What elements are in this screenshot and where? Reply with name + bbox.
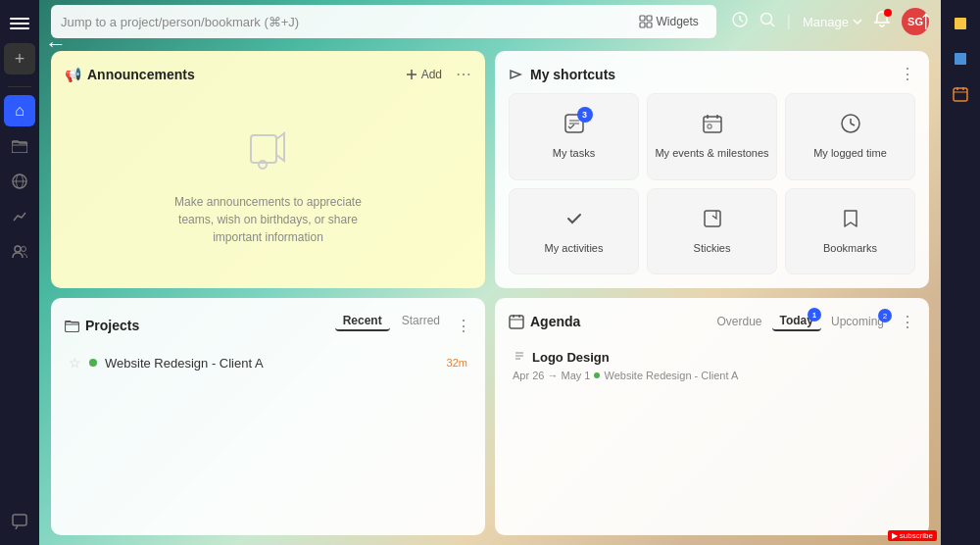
stickies-icon xyxy=(702,208,723,235)
tasks-label: My tasks xyxy=(553,146,595,160)
announcements-actions: Add ⋯ xyxy=(400,65,471,83)
announcements-menu-icon[interactable]: ⋯ xyxy=(456,65,471,83)
announcements-header: 📢 Announcements Add ⋯ xyxy=(65,65,471,83)
agenda-actions: Overdue Today 1 Upcoming 2 ⋮ xyxy=(709,312,915,331)
shortcut-events[interactable]: My events & milestones xyxy=(647,93,777,180)
shortcut-logged-time[interactable]: My logged time xyxy=(785,93,915,180)
agenda-list-icon xyxy=(513,349,526,366)
agenda-card: Agenda Overdue Today 1 Upcoming 2 xyxy=(495,298,929,535)
sidebar-item-chart[interactable] xyxy=(4,201,35,232)
announcements-card: 📢 Announcements Add ⋯ xyxy=(51,51,485,288)
svg-line-31 xyxy=(851,124,855,125)
sidebar-item-home[interactable]: ⌂ xyxy=(4,95,35,126)
shortcut-my-tasks[interactable]: 3 My tasks xyxy=(509,93,639,180)
agenda-today-tab[interactable]: Today 1 xyxy=(772,312,821,331)
agenda-overdue-tab[interactable]: Overdue xyxy=(709,313,769,330)
project-status-dot xyxy=(89,359,97,367)
agenda-menu-icon[interactable]: ⋮ xyxy=(900,313,915,331)
svg-rect-32 xyxy=(705,211,720,226)
agenda-upcoming-tab[interactable]: Upcoming 2 xyxy=(823,313,892,330)
project-time: 32m xyxy=(447,357,467,369)
projects-menu-icon[interactable]: ⋮ xyxy=(456,317,471,335)
svg-rect-6 xyxy=(13,515,26,525)
topbar: Jump to a project/person/bookmark (⌘+J) … xyxy=(39,0,941,43)
svg-rect-8 xyxy=(647,16,652,21)
events-icon xyxy=(702,113,723,140)
shortcuts-card: My shortcuts ⋮ 3 My tasks xyxy=(495,51,929,288)
svg-rect-43 xyxy=(954,88,967,101)
projects-title: Projects xyxy=(65,318,139,333)
agenda-item-title: Logo Design xyxy=(513,349,911,366)
announcements-add-button[interactable]: Add xyxy=(400,66,448,83)
shortcut-activities[interactable]: My activities xyxy=(509,188,639,275)
right-blue-icon[interactable] xyxy=(945,43,976,74)
announcements-empty-icon xyxy=(243,122,294,181)
bookmarks-icon xyxy=(840,208,861,235)
notification-button[interactable] xyxy=(874,11,890,32)
project-name: Website Redesign - Client A xyxy=(105,356,439,371)
chat-icon[interactable] xyxy=(4,506,35,537)
sidebar-bottom xyxy=(4,506,35,537)
project-item[interactable]: ☆ Website Redesign - Client A 32m xyxy=(65,349,471,376)
svg-rect-10 xyxy=(647,23,652,27)
projects-actions: Recent Starred ⋮ xyxy=(335,312,471,339)
shortcut-stickies[interactable]: Stickies xyxy=(647,188,777,275)
svg-rect-19 xyxy=(251,135,276,163)
sidebar-item-globe[interactable] xyxy=(4,166,35,197)
tasks-badge: 3 xyxy=(577,107,593,123)
youtube-watermark: ▶ subscribe xyxy=(888,530,937,541)
agenda-item-sub: Apr 26 → May 1 Website Redesign - Client… xyxy=(513,370,911,381)
announcements-icon: 📢 xyxy=(65,67,81,82)
main-content: Jump to a project/person/bookmark (⌘+J) … xyxy=(39,0,941,545)
add-button[interactable]: + xyxy=(4,43,35,74)
projects-tabs: Recent Starred xyxy=(335,312,448,331)
bookmarks-label: Bookmarks xyxy=(823,241,877,255)
tasks-icon: 3 xyxy=(564,113,585,140)
shortcut-bookmarks[interactable]: Bookmarks xyxy=(785,188,915,275)
agenda-project-dot xyxy=(594,372,600,378)
shortcuts-title: My shortcuts xyxy=(509,67,615,82)
widgets-label: Widgets xyxy=(657,15,699,28)
search-icon[interactable] xyxy=(760,12,775,31)
star-icon[interactable]: ☆ xyxy=(69,355,81,371)
agenda-title: Agenda xyxy=(509,314,580,329)
svg-rect-41 xyxy=(955,18,966,29)
svg-point-4 xyxy=(15,246,21,252)
announcements-empty-text: Make announcements to appreciate teams, … xyxy=(174,193,362,246)
activities-icon xyxy=(564,208,585,235)
agenda-item: Logo Design Apr 26 → May 1 Website Redes… xyxy=(509,341,915,389)
projects-starred-tab[interactable]: Starred xyxy=(394,312,448,331)
search-placeholder: Jump to a project/person/bookmark (⌘+J) xyxy=(61,15,625,29)
search-bar[interactable]: Jump to a project/person/bookmark (⌘+J) … xyxy=(51,5,716,38)
sidebar-item-people[interactable] xyxy=(4,236,35,268)
right-yellow-icon[interactable] xyxy=(945,8,976,39)
sidebar-top: + ⌂ xyxy=(0,8,39,268)
notification-badge xyxy=(884,9,892,17)
announcements-empty: Make announcements to appreciate teams, … xyxy=(65,93,471,274)
svg-rect-42 xyxy=(955,53,966,65)
time-icon xyxy=(840,113,861,140)
svg-rect-34 xyxy=(510,316,523,328)
shortcuts-menu-icon[interactable]: ⋮ xyxy=(900,65,915,83)
hamburger-menu-icon[interactable] xyxy=(4,8,35,39)
stickies-label: Stickies xyxy=(694,241,731,255)
svg-rect-33 xyxy=(66,322,79,331)
widgets-button[interactable]: Widgets xyxy=(631,11,707,32)
svg-rect-7 xyxy=(640,16,645,21)
activities-label: My activities xyxy=(545,241,604,255)
clock-icon[interactable] xyxy=(732,12,748,31)
svg-line-15 xyxy=(770,23,774,26)
left-arrow-indicator: ← xyxy=(45,31,67,57)
svg-rect-24 xyxy=(704,117,721,132)
sidebar-item-folder[interactable] xyxy=(4,130,35,162)
right-calendar-icon[interactable] xyxy=(945,78,976,110)
projects-recent-tab[interactable]: Recent xyxy=(335,312,390,331)
manage-button[interactable]: Manage xyxy=(803,15,862,29)
svg-line-13 xyxy=(740,20,743,22)
projects-card: Projects Recent Starred ⋮ ☆ Website Rede… xyxy=(51,298,485,535)
projects-header: Projects Recent Starred ⋮ xyxy=(65,312,471,339)
svg-point-14 xyxy=(760,14,771,25)
today-badge: 1 xyxy=(808,308,821,322)
content-area: 📢 Announcements Add ⋯ xyxy=(39,43,941,545)
agenda-header: Agenda Overdue Today 1 Upcoming 2 xyxy=(509,312,915,331)
